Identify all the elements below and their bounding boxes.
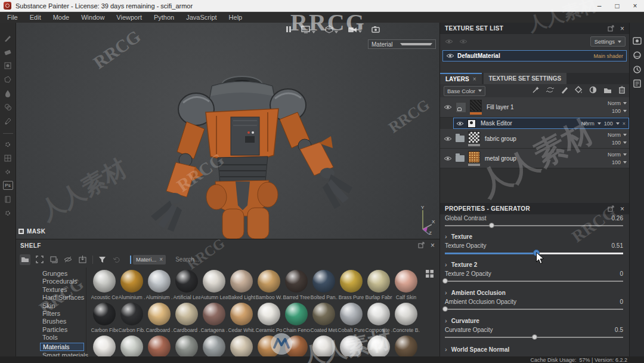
viewport-3d[interactable]: Material MASK Y X Z xyxy=(16,23,439,239)
category-filters[interactable]: Filters xyxy=(40,310,86,318)
search-input[interactable] xyxy=(174,256,248,263)
category-smart-materials[interactable]: Smart materials xyxy=(40,352,86,356)
popout-icon[interactable] xyxy=(608,204,614,214)
log-icon[interactable] xyxy=(632,79,642,88)
popout-icon[interactable] xyxy=(418,240,425,251)
material-item[interactable]: Baked Light... xyxy=(228,270,255,300)
eraser-tool-icon[interactable] xyxy=(4,47,13,56)
resources-book-icon[interactable] xyxy=(4,195,13,204)
screenshot-icon[interactable] xyxy=(371,26,380,33)
category-procedurals[interactable]: Procedurals xyxy=(40,278,86,285)
material-item[interactable] xyxy=(200,336,228,356)
history-icon[interactable] xyxy=(632,64,642,74)
material-item[interactable] xyxy=(283,336,310,356)
smudge-tool-icon[interactable] xyxy=(4,88,13,97)
grid-view-icon[interactable] xyxy=(426,269,434,280)
blend-mode[interactable]: Norm xyxy=(608,100,621,106)
ambient-occlusion-opacity-slider[interactable] xyxy=(445,306,623,312)
section-curvature[interactable]: ›Curvature xyxy=(445,316,479,325)
filter-icon[interactable] xyxy=(97,254,107,265)
material-item[interactable]: Acoustic Ce... xyxy=(91,270,118,300)
shader-settings-icon[interactable] xyxy=(632,50,642,60)
material-item[interactable]: Autumn Leaf xyxy=(200,270,228,300)
material-item[interactable]: Cardboard ... xyxy=(145,303,173,333)
menu-python[interactable]: Python xyxy=(148,12,180,23)
tab-close-icon[interactable]: × xyxy=(473,76,476,82)
category-grunges[interactable]: Grunges xyxy=(40,270,86,278)
material-item[interactable] xyxy=(255,336,283,356)
menu-mode[interactable]: Mode xyxy=(47,12,76,23)
material-item[interactable]: Chain Fence xyxy=(283,303,310,333)
material-item[interactable]: Burlap Fabric xyxy=(365,270,392,300)
eye-icon[interactable] xyxy=(444,104,452,110)
remove-effect-icon[interactable]: × xyxy=(623,121,626,127)
hide-icon[interactable] xyxy=(63,254,73,265)
material-item[interactable]: Aluminium ... xyxy=(145,270,173,300)
minimize-button[interactable]: – xyxy=(590,0,608,11)
material-item[interactable]: Cartagena ... xyxy=(200,303,228,333)
polygon-fill-tool-icon[interactable] xyxy=(4,75,13,84)
import-icon[interactable] xyxy=(77,254,88,265)
folder-icon[interactable] xyxy=(20,254,30,265)
layer-opacity[interactable]: 100 xyxy=(612,140,621,146)
material-item[interactable]: Composite ... xyxy=(365,303,392,333)
material-item[interactable]: Ceramic Po... xyxy=(255,303,283,333)
camera-icon[interactable] xyxy=(348,26,362,33)
remove-filter-icon[interactable]: × xyxy=(159,257,163,263)
shading-mode-dropdown[interactable]: Material xyxy=(368,39,436,49)
blend-mode[interactable]: Norm xyxy=(581,121,595,127)
blend-mode[interactable]: Norm xyxy=(608,152,621,158)
clone-tool-icon[interactable] xyxy=(4,102,13,111)
category-textures[interactable]: Textures xyxy=(40,286,86,294)
texture-opacity-slider[interactable] xyxy=(445,250,623,256)
tab-layers[interactable]: LAYERS × xyxy=(440,73,482,84)
category-brushes[interactable]: Brushes xyxy=(40,318,86,325)
material-picker-tool-icon[interactable] xyxy=(4,116,13,125)
display-settings-icon[interactable] xyxy=(301,26,315,33)
eye-icon[interactable] xyxy=(456,121,464,126)
material-item[interactable]: Barred Tree ... xyxy=(283,270,310,300)
undo-icon[interactable] xyxy=(111,254,122,265)
expand-icon[interactable] xyxy=(34,254,45,265)
material-item[interactable] xyxy=(145,336,173,356)
curvature-opacity-slider[interactable] xyxy=(445,334,623,340)
menu-viewport[interactable]: Viewport xyxy=(110,12,148,23)
close-icon[interactable]: × xyxy=(620,25,624,32)
close-button[interactable]: × xyxy=(626,0,644,11)
mesh-display-icon[interactable] xyxy=(325,25,338,33)
material-item[interactable] xyxy=(365,336,392,356)
fill-icon[interactable] xyxy=(575,85,583,96)
material-item[interactable]: Coated Metal xyxy=(310,303,338,333)
material-item[interactable]: Cobalt Pure xyxy=(338,303,365,333)
close-icon[interactable]: × xyxy=(620,205,624,213)
section-texture-2[interactable]: ›Texture 2 xyxy=(445,260,477,269)
display-settings-icon[interactable] xyxy=(632,36,642,45)
eye-icon[interactable] xyxy=(459,39,467,44)
material-item[interactable]: Artificial Lea... xyxy=(173,270,200,300)
material-item[interactable] xyxy=(118,336,145,356)
material-item[interactable]: Aluminium ... xyxy=(118,270,145,300)
material-item[interactable] xyxy=(338,336,365,356)
smart-mask-icon[interactable] xyxy=(589,85,597,96)
smart-material-icon[interactable] xyxy=(532,85,540,96)
material-item[interactable]: Cardboard ... xyxy=(173,303,200,333)
channel-dropdown[interactable]: Base Color xyxy=(444,86,485,96)
material-item[interactable]: Cedar Whit... xyxy=(228,303,255,333)
eye-icon[interactable] xyxy=(444,136,452,141)
category-skin[interactable]: Skin xyxy=(40,302,86,310)
material-item[interactable]: Bolted Pan... xyxy=(310,270,338,300)
preferences-gear-icon[interactable] xyxy=(4,167,13,176)
add-group-icon[interactable] xyxy=(603,85,612,96)
settings-gear-icon[interactable] xyxy=(4,140,13,149)
category-hard-surfaces[interactable]: Hard Surfaces xyxy=(40,294,86,302)
popout-icon[interactable] xyxy=(608,23,614,34)
section-ambient-occlusion[interactable]: ›Ambient Occlusion xyxy=(445,288,506,297)
stack-icon[interactable] xyxy=(48,254,59,265)
tab-texture-set-settings[interactable]: TEXTURE SET SETTINGS xyxy=(484,73,567,84)
menu-edit[interactable]: Edit xyxy=(24,12,47,23)
eye-icon[interactable] xyxy=(444,156,452,161)
transform-icon[interactable] xyxy=(546,85,554,96)
layer-opacity[interactable]: 100 xyxy=(612,108,621,114)
layer-opacity[interactable]: 100 xyxy=(604,121,613,127)
menu-javascript[interactable]: JavaScript xyxy=(180,12,222,23)
